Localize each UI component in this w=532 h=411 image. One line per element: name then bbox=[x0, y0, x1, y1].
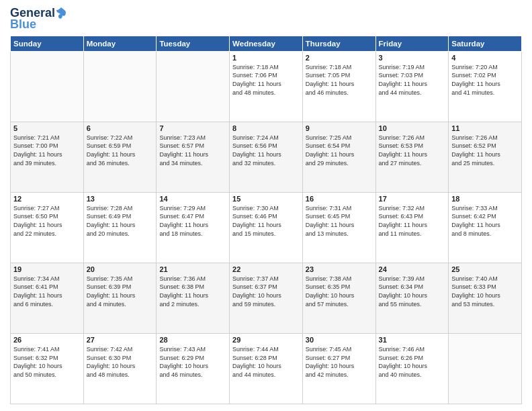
day-info: Sunrise: 7:40 AM Sunset: 6:33 PM Dayligh… bbox=[451, 275, 519, 308]
day-number: 17 bbox=[379, 195, 446, 203]
day-number: 6 bbox=[87, 124, 154, 132]
calendar-cell bbox=[83, 51, 157, 122]
day-info: Sunrise: 7:32 AM Sunset: 6:43 PM Dayligh… bbox=[379, 204, 446, 238]
day-number: 19 bbox=[13, 265, 81, 273]
calendar-cell bbox=[157, 51, 230, 122]
day-info: Sunrise: 7:21 AM Sunset: 7:00 PM Dayligh… bbox=[13, 134, 81, 167]
day-info: Sunrise: 7:19 AM Sunset: 7:03 PM Dayligh… bbox=[379, 63, 446, 97]
day-info: Sunrise: 7:34 AM Sunset: 6:41 PM Dayligh… bbox=[13, 275, 81, 308]
calendar-cell: 30Sunrise: 7:45 AM Sunset: 6:27 PM Dayli… bbox=[302, 333, 375, 404]
day-number: 4 bbox=[451, 54, 519, 62]
day-number: 25 bbox=[451, 265, 519, 273]
day-number: 24 bbox=[379, 265, 446, 273]
day-number: 21 bbox=[159, 265, 226, 273]
day-number: 23 bbox=[306, 265, 373, 273]
calendar-cell: 10Sunrise: 7:26 AM Sunset: 6:53 PM Dayli… bbox=[375, 122, 449, 192]
day-number: 7 bbox=[159, 124, 226, 132]
calendar-cell: 2Sunrise: 7:18 AM Sunset: 7:05 PM Daylig… bbox=[302, 51, 375, 122]
day-number: 28 bbox=[159, 336, 226, 344]
day-number: 9 bbox=[306, 124, 373, 132]
calendar-cell: 21Sunrise: 7:36 AM Sunset: 6:38 PM Dayli… bbox=[157, 263, 230, 333]
calendar-cell: 14Sunrise: 7:29 AM Sunset: 6:47 PM Dayli… bbox=[157, 192, 230, 263]
calendar-week-row: 1Sunrise: 7:18 AM Sunset: 7:06 PM Daylig… bbox=[11, 51, 522, 122]
calendar-cell: 3Sunrise: 7:19 AM Sunset: 7:03 PM Daylig… bbox=[375, 51, 449, 122]
calendar-cell: 23Sunrise: 7:38 AM Sunset: 6:35 PM Dayli… bbox=[302, 263, 375, 333]
day-number: 30 bbox=[306, 336, 373, 344]
weekday-header: Wednesday bbox=[230, 36, 303, 51]
day-info: Sunrise: 7:43 AM Sunset: 6:29 PM Dayligh… bbox=[159, 345, 226, 379]
calendar-table: SundayMondayTuesdayWednesdayThursdayFrid… bbox=[10, 36, 522, 404]
weekday-header: Saturday bbox=[449, 36, 522, 51]
day-info: Sunrise: 7:33 AM Sunset: 6:42 PM Dayligh… bbox=[451, 204, 519, 238]
day-info: Sunrise: 7:44 AM Sunset: 6:28 PM Dayligh… bbox=[232, 345, 300, 379]
calendar-cell: 11Sunrise: 7:26 AM Sunset: 6:52 PM Dayli… bbox=[449, 122, 522, 192]
day-info: Sunrise: 7:28 AM Sunset: 6:49 PM Dayligh… bbox=[87, 204, 154, 238]
day-number: 26 bbox=[13, 336, 81, 344]
day-info: Sunrise: 7:25 AM Sunset: 6:54 PM Dayligh… bbox=[306, 134, 373, 167]
calendar-cell: 9Sunrise: 7:25 AM Sunset: 6:54 PM Daylig… bbox=[302, 122, 375, 192]
day-info: Sunrise: 7:22 AM Sunset: 6:59 PM Dayligh… bbox=[87, 134, 154, 167]
calendar-cell: 18Sunrise: 7:33 AM Sunset: 6:42 PM Dayli… bbox=[449, 192, 522, 263]
day-number: 13 bbox=[87, 195, 154, 203]
calendar-cell: 4Sunrise: 7:20 AM Sunset: 7:02 PM Daylig… bbox=[449, 51, 522, 122]
day-number: 1 bbox=[232, 54, 300, 62]
day-number: 31 bbox=[379, 336, 446, 344]
day-info: Sunrise: 7:18 AM Sunset: 7:05 PM Dayligh… bbox=[306, 63, 373, 97]
day-info: Sunrise: 7:36 AM Sunset: 6:38 PM Dayligh… bbox=[159, 275, 226, 308]
day-info: Sunrise: 7:26 AM Sunset: 6:52 PM Dayligh… bbox=[451, 134, 519, 167]
weekday-header: Monday bbox=[83, 36, 157, 51]
calendar-cell: 22Sunrise: 7:37 AM Sunset: 6:37 PM Dayli… bbox=[230, 263, 303, 333]
day-info: Sunrise: 7:46 AM Sunset: 6:26 PM Dayligh… bbox=[379, 345, 446, 379]
day-number: 29 bbox=[232, 336, 300, 344]
logo: General Blue bbox=[10, 7, 66, 32]
day-number: 8 bbox=[232, 124, 300, 132]
calendar-cell: 15Sunrise: 7:30 AM Sunset: 6:46 PM Dayli… bbox=[230, 192, 303, 263]
calendar-week-row: 19Sunrise: 7:34 AM Sunset: 6:41 PM Dayli… bbox=[11, 263, 522, 333]
day-info: Sunrise: 7:41 AM Sunset: 6:32 PM Dayligh… bbox=[13, 345, 81, 379]
calendar-week-row: 5Sunrise: 7:21 AM Sunset: 7:00 PM Daylig… bbox=[11, 122, 522, 192]
logo-bird-icon bbox=[56, 7, 66, 19]
calendar-cell: 13Sunrise: 7:28 AM Sunset: 6:49 PM Dayli… bbox=[83, 192, 157, 263]
day-number: 15 bbox=[232, 195, 300, 203]
calendar-cell: 25Sunrise: 7:40 AM Sunset: 6:33 PM Dayli… bbox=[449, 263, 522, 333]
calendar-cell: 28Sunrise: 7:43 AM Sunset: 6:29 PM Dayli… bbox=[157, 333, 230, 404]
calendar-cell: 29Sunrise: 7:44 AM Sunset: 6:28 PM Dayli… bbox=[230, 333, 303, 404]
calendar-cell: 27Sunrise: 7:42 AM Sunset: 6:30 PM Dayli… bbox=[83, 333, 157, 404]
day-info: Sunrise: 7:23 AM Sunset: 6:57 PM Dayligh… bbox=[159, 134, 226, 167]
day-number: 18 bbox=[451, 195, 519, 203]
calendar-cell: 6Sunrise: 7:22 AM Sunset: 6:59 PM Daylig… bbox=[83, 122, 157, 192]
day-info: Sunrise: 7:38 AM Sunset: 6:35 PM Dayligh… bbox=[306, 275, 373, 308]
calendar-cell: 7Sunrise: 7:23 AM Sunset: 6:57 PM Daylig… bbox=[157, 122, 230, 192]
day-number: 2 bbox=[306, 54, 373, 62]
day-number: 22 bbox=[232, 265, 300, 273]
header: General Blue bbox=[10, 7, 522, 32]
day-info: Sunrise: 7:37 AM Sunset: 6:37 PM Dayligh… bbox=[232, 275, 300, 308]
day-number: 3 bbox=[379, 54, 446, 62]
calendar-cell: 26Sunrise: 7:41 AM Sunset: 6:32 PM Dayli… bbox=[11, 333, 84, 404]
day-number: 11 bbox=[451, 124, 519, 132]
calendar-cell: 19Sunrise: 7:34 AM Sunset: 6:41 PM Dayli… bbox=[11, 263, 84, 333]
calendar-cell: 31Sunrise: 7:46 AM Sunset: 6:26 PM Dayli… bbox=[375, 333, 449, 404]
weekday-header-row: SundayMondayTuesdayWednesdayThursdayFrid… bbox=[11, 36, 522, 51]
day-info: Sunrise: 7:29 AM Sunset: 6:47 PM Dayligh… bbox=[159, 204, 226, 238]
day-number: 12 bbox=[13, 195, 81, 203]
calendar-cell: 12Sunrise: 7:27 AM Sunset: 6:50 PM Dayli… bbox=[11, 192, 84, 263]
day-info: Sunrise: 7:39 AM Sunset: 6:34 PM Dayligh… bbox=[379, 275, 446, 308]
calendar-week-row: 12Sunrise: 7:27 AM Sunset: 6:50 PM Dayli… bbox=[11, 192, 522, 263]
day-number: 27 bbox=[87, 336, 154, 344]
day-info: Sunrise: 7:26 AM Sunset: 6:53 PM Dayligh… bbox=[379, 134, 446, 167]
calendar-page: General Blue SundayMondayTuesdayWednesda… bbox=[0, 0, 532, 411]
day-info: Sunrise: 7:35 AM Sunset: 6:39 PM Dayligh… bbox=[87, 275, 154, 308]
day-info: Sunrise: 7:45 AM Sunset: 6:27 PM Dayligh… bbox=[306, 345, 373, 379]
weekday-header: Tuesday bbox=[157, 36, 230, 51]
day-info: Sunrise: 7:20 AM Sunset: 7:02 PM Dayligh… bbox=[451, 63, 519, 97]
day-info: Sunrise: 7:31 AM Sunset: 6:45 PM Dayligh… bbox=[306, 204, 373, 238]
day-info: Sunrise: 7:24 AM Sunset: 6:56 PM Dayligh… bbox=[232, 134, 300, 167]
day-info: Sunrise: 7:30 AM Sunset: 6:46 PM Dayligh… bbox=[232, 204, 300, 238]
calendar-week-row: 26Sunrise: 7:41 AM Sunset: 6:32 PM Dayli… bbox=[11, 333, 522, 404]
calendar-cell: 5Sunrise: 7:21 AM Sunset: 7:00 PM Daylig… bbox=[11, 122, 84, 192]
day-info: Sunrise: 7:42 AM Sunset: 6:30 PM Dayligh… bbox=[87, 345, 154, 379]
calendar-cell: 17Sunrise: 7:32 AM Sunset: 6:43 PM Dayli… bbox=[375, 192, 449, 263]
day-number: 14 bbox=[159, 195, 226, 203]
calendar-cell bbox=[11, 51, 84, 122]
